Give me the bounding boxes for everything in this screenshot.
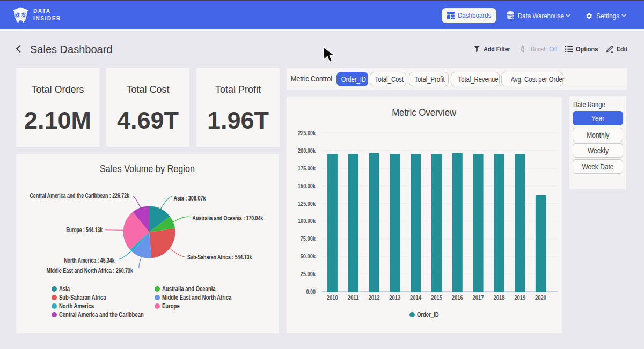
svg-text:175.00k: 175.00k xyxy=(298,165,316,172)
svg-text:125.00k: 125.00k xyxy=(298,201,316,207)
svg-text:Sub-Saharan Africa : 544.13k: Sub-Saharan Africa : 544.13k xyxy=(187,254,252,261)
svg-text:100.00k: 100.00k xyxy=(298,218,316,224)
svg-text:225.00k: 225.00k xyxy=(298,130,316,136)
svg-text:200.00k: 200.00k xyxy=(298,147,316,154)
svg-text:2010: 2010 xyxy=(327,294,338,301)
svg-text:Central America and the Caribb: Central America and the Caribbean : 226.… xyxy=(30,192,130,199)
svg-text:2012: 2012 xyxy=(368,294,379,301)
svg-text:0.00: 0.00 xyxy=(306,288,316,295)
svg-text:75.00k: 75.00k xyxy=(301,235,316,242)
svg-text:2019: 2019 xyxy=(514,294,525,301)
svg-text:2015: 2015 xyxy=(431,294,442,301)
svg-text:50.00k: 50.00k xyxy=(301,253,316,259)
svg-text:2014: 2014 xyxy=(410,294,421,301)
svg-text:2011: 2011 xyxy=(348,294,359,301)
svg-text:Australia and Oceania : 170.04: Australia and Oceania : 170.04k xyxy=(193,214,264,222)
svg-text:2013: 2013 xyxy=(389,294,400,301)
svg-text:25.00k: 25.00k xyxy=(301,271,316,277)
svg-text:Europe : 544.13k: Europe : 544.13k xyxy=(66,226,103,234)
svg-text:Middle East and North Africa :: Middle East and North Africa : 260.73k xyxy=(47,267,134,274)
svg-text:2017: 2017 xyxy=(473,294,484,301)
svg-text:Asia : 306.07k: Asia : 306.07k xyxy=(174,195,206,202)
svg-text:2016: 2016 xyxy=(452,294,463,301)
svg-text:2020: 2020 xyxy=(535,294,546,301)
svg-text:150.00k: 150.00k xyxy=(298,183,316,189)
svg-text:2018: 2018 xyxy=(493,294,504,301)
svg-text:North America : 45.34k: North America : 45.34k xyxy=(64,257,114,264)
